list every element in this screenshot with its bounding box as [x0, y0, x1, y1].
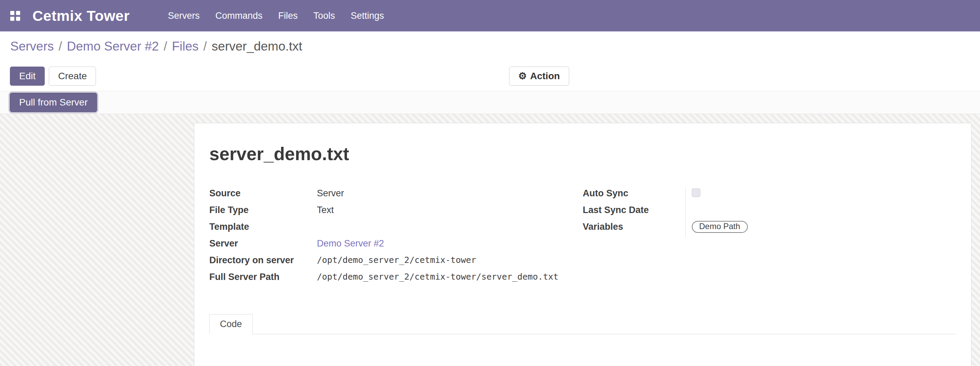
apps-grid-square: [10, 17, 14, 21]
breadcrumb-separator: /: [164, 39, 167, 54]
apps-grid-icon[interactable]: [10, 11, 20, 21]
field-label-source: Source: [209, 187, 317, 199]
field-value-directory: /opt/demo_server_2/cetmix-tower: [317, 254, 583, 266]
field-widget-variables: Demo Path: [685, 221, 956, 237]
field-widget-auto-sync: [685, 187, 956, 204]
action-button[interactable]: ⚙ Action: [509, 67, 569, 86]
main-menu: Servers Commands Files Tools Settings: [168, 11, 384, 21]
menu-item-servers[interactable]: Servers: [168, 11, 200, 21]
field-group-right: Auto Sync Last Sync Date Variables Demo …: [583, 187, 956, 237]
brand-title[interactable]: Cetmix Tower: [32, 8, 130, 24]
breadcrumb-demo-server[interactable]: Demo Server #2: [67, 39, 159, 54]
breadcrumb-files[interactable]: Files: [172, 39, 198, 54]
menu-item-commands[interactable]: Commands: [215, 11, 262, 21]
breadcrumb-separator: /: [204, 39, 207, 54]
form-view-background: server_demo.txt Source Server File Type …: [0, 114, 980, 366]
form-sheet: server_demo.txt Source Server File Type …: [194, 123, 972, 366]
field-label-template: Template: [209, 221, 317, 233]
field-label-server: Server: [209, 237, 317, 250]
menu-item-settings[interactable]: Settings: [351, 11, 384, 21]
menu-item-tools[interactable]: Tools: [313, 11, 335, 21]
apps-grid-square: [16, 17, 20, 21]
field-label-full-path: Full Server Path: [209, 271, 317, 283]
field-label-variables: Variables: [583, 221, 685, 233]
field-value-file-type: Text: [317, 204, 583, 216]
edit-button[interactable]: Edit: [10, 67, 45, 86]
control-panel-buttons: Edit Create ⚙ Action: [0, 62, 980, 91]
breadcrumb: Servers / Demo Server #2 / Files / serve…: [0, 32, 980, 62]
gear-icon: ⚙: [518, 72, 527, 81]
field-label-file-type: File Type: [209, 204, 317, 216]
create-button[interactable]: Create: [49, 67, 96, 86]
code-tab-content: [209, 334, 956, 366]
notebook-tabs: Code: [209, 314, 956, 334]
field-value-full-path: /opt/demo_server_2/cetmix-tower/server_d…: [317, 271, 583, 283]
field-row-server: Server Demo Server #2: [209, 237, 583, 254]
field-row-last-sync: Last Sync Date: [583, 204, 956, 221]
breadcrumb-current: server_demo.txt: [212, 39, 302, 54]
tab-code[interactable]: Code: [209, 314, 253, 334]
apps-grid-square: [10, 11, 14, 15]
record-title: server_demo.txt: [209, 144, 956, 165]
field-row-full-path: Full Server Path /opt/demo_server_2/cetm…: [209, 271, 583, 288]
field-row-template: Template: [209, 221, 583, 237]
field-value-server-link[interactable]: Demo Server #2: [317, 237, 583, 250]
field-row-directory: Directory on server /opt/demo_server_2/c…: [209, 254, 583, 271]
apps-grid-square: [16, 11, 20, 15]
menu-item-files[interactable]: Files: [278, 11, 298, 21]
action-button-label: Action: [530, 72, 560, 81]
field-value-source: Server: [317, 187, 583, 199]
pull-from-server-button[interactable]: Pull from Server: [10, 93, 97, 112]
field-label-directory: Directory on server: [209, 254, 317, 266]
breadcrumb-servers[interactable]: Servers: [10, 39, 54, 54]
field-label-auto-sync: Auto Sync: [583, 187, 685, 199]
variable-tag-demo-path[interactable]: Demo Path: [692, 221, 748, 233]
field-widget-last-sync: [685, 204, 956, 221]
field-group-left: Source Server File Type Text Template Se…: [209, 187, 583, 288]
notebook: Code: [209, 314, 956, 366]
top-navbar: Cetmix Tower Servers Commands Files Tool…: [0, 0, 980, 32]
field-row-file-type: File Type Text: [209, 204, 583, 221]
field-row-auto-sync: Auto Sync: [583, 187, 956, 204]
breadcrumb-separator: /: [58, 39, 62, 54]
auto-sync-checkbox[interactable]: [692, 188, 700, 197]
statusbar: Pull from Server: [0, 91, 980, 114]
field-row-variables: Variables Demo Path: [583, 221, 956, 237]
field-groups: Source Server File Type Text Template Se…: [209, 187, 956, 288]
field-row-source: Source Server: [209, 187, 583, 204]
field-label-last-sync: Last Sync Date: [583, 204, 685, 216]
